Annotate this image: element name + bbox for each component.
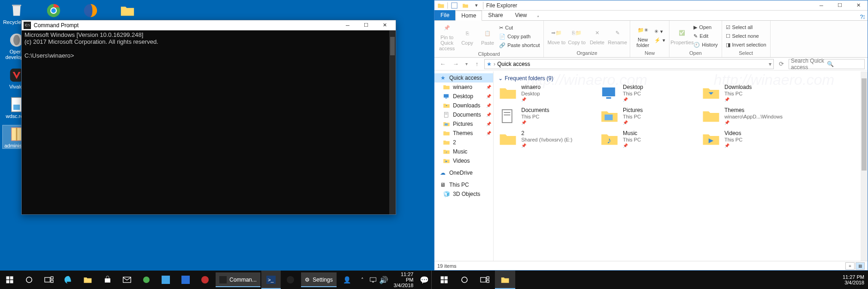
cortana-button[interactable] [454, 271, 475, 289]
qat-new-folder[interactable] [461, 1, 470, 10]
nav-recent[interactable]: ▾ [463, 59, 470, 69]
task-view-button[interactable] [39, 271, 59, 289]
taskbar-app4[interactable] [195, 271, 215, 289]
ribbon-new-folder[interactable]: 📁✳New folder [633, 24, 652, 48]
ribbon-delete[interactable]: ✕Delete [587, 27, 607, 45]
taskbar-app1[interactable] [137, 271, 156, 289]
cortana-button[interactable] [19, 271, 39, 289]
taskbar-mail[interactable] [117, 271, 137, 289]
frequent-folder-item[interactable]: DesktopThis PC📌 [600, 83, 692, 103]
ribbon-select-none[interactable]: ☐Select none [725, 32, 767, 40]
tab-share[interactable]: Share [482, 10, 509, 20]
view-large-button[interactable]: ▦ [856, 262, 865, 270]
nav-this-pc[interactable]: 🖥This PC [434, 180, 493, 189]
address-bar[interactable]: ★ › Quick access ▾ [484, 59, 774, 69]
frequent-folder-item[interactable]: Themeswinaero\AppD...\Windows📌 [701, 106, 794, 126]
taskbar-app3[interactable] [176, 271, 195, 289]
tray-clock[interactable]: 11:27 PM3/4/2018 [839, 274, 868, 285]
taskbar-running-ps[interactable]: >_ [261, 271, 281, 289]
maximize-button[interactable]: ☐ [357, 21, 375, 30]
close-button[interactable]: ✕ [375, 21, 394, 30]
tray-clock[interactable]: 11:27 PM3/4/2018 [389, 271, 417, 288]
taskbar-edge[interactable] [59, 271, 78, 289]
start-button[interactable] [434, 271, 454, 289]
taskbar-file-explorer[interactable] [495, 271, 515, 289]
tray-overflow[interactable]: ˄ [357, 271, 368, 289]
ribbon-open[interactable]: ▶Open [693, 23, 718, 31]
frequent-folder-item[interactable]: DownloadsThis PC📌 [701, 83, 794, 103]
tray-people[interactable]: 👤 [338, 271, 357, 289]
nav-item[interactable]: winaero📌 [434, 83, 493, 92]
frequent-folder-item[interactable]: VideosThis PC📌 [701, 130, 794, 149]
ribbon-move-to[interactable]: ➡📁Move to [547, 27, 566, 45]
tab-file[interactable]: File [434, 10, 455, 20]
scrollbar[interactable] [861, 71, 868, 261]
frequent-folder-item[interactable]: PicturesThis PC📌 [600, 106, 692, 126]
ribbon-copy[interactable]: ⎘Copy [458, 27, 477, 46]
nav-item[interactable]: Pictures📌 [434, 119, 493, 129]
tab-home[interactable]: Home [455, 11, 482, 21]
minimize-button[interactable]: ─ [812, 0, 831, 11]
ribbon-cut[interactable]: ✂Cut [498, 24, 541, 32]
taskbar-running-cmd[interactable]: Comman... [216, 272, 260, 287]
qat-dropdown[interactable]: ▾ [472, 1, 481, 10]
frequent-folder-item[interactable]: DocumentsThis PC📌 [498, 106, 591, 126]
nav-item[interactable]: Documents📌 [434, 110, 493, 119]
group-header[interactable]: ⌄Frequent folders (9) [498, 73, 863, 83]
ribbon-invert-selection[interactable]: ◨Invert selection [725, 41, 767, 49]
ribbon-edit[interactable]: ✎Edit [693, 32, 718, 40]
nav-back[interactable]: ← [437, 59, 448, 69]
address-crumb[interactable]: Quick access [497, 61, 530, 67]
tray-network[interactable] [368, 271, 378, 289]
taskbar-app2[interactable] [156, 271, 175, 289]
tray-volume[interactable]: 🔊 [378, 271, 389, 289]
scrollbar[interactable] [389, 30, 396, 214]
taskbar-running-opera[interactable] [281, 271, 300, 289]
ribbon-collapse[interactable]: ˄ [533, 15, 543, 20]
nav-item[interactable]: 2 [434, 138, 493, 147]
frequent-folder-item[interactable]: winaeroDesktop📌 [498, 83, 591, 103]
ribbon-history[interactable]: 🕘History [693, 41, 718, 49]
ribbon-paste[interactable]: 📋Paste [478, 27, 497, 46]
view-details-button[interactable]: ≡ [845, 262, 855, 270]
ribbon-rename[interactable]: ✎Rename [608, 27, 627, 45]
tab-view[interactable]: View [509, 10, 533, 20]
terminal-output[interactable]: Microsoft Windows [Version 10.0.16299.24… [22, 30, 396, 214]
frequent-folder-item[interactable]: ♪MusicThis PC📌 [600, 130, 692, 149]
tray-notifications[interactable]: 💬 [417, 271, 431, 289]
taskbar-running-settings[interactable]: ⚙Settings [301, 272, 336, 287]
frequent-folder-item[interactable]: 2Shared (\\vboxsrv) (E:)📌 [498, 130, 591, 149]
ribbon-paste-shortcut[interactable]: 🔗Paste shortcut [498, 41, 541, 49]
close-button[interactable]: ✕ [849, 0, 868, 11]
nav-3d-objects[interactable]: 🧊3D Objects [434, 189, 493, 199]
help-button[interactable]: ?⃝ [857, 14, 868, 20]
qat-properties[interactable] [450, 1, 459, 10]
ribbon-copy-to[interactable]: ⎘📁Copy to [567, 27, 586, 45]
ribbon-properties[interactable]: ✅Properties [672, 27, 692, 45]
nav-item[interactable]: Downloads📌 [434, 101, 493, 110]
ribbon-new-item[interactable]: ✳▾ [653, 28, 666, 36]
nav-item[interactable]: ♪Music [434, 147, 493, 156]
nav-item[interactable]: Videos [434, 156, 493, 165]
ribbon-copy-path[interactable]: 📄Copy path [498, 32, 541, 41]
refresh-button[interactable]: ⟳ [776, 59, 787, 69]
ribbon-easy-access[interactable]: ⚡▾ [653, 36, 666, 45]
taskbar-file-explorer[interactable] [78, 271, 97, 289]
task-view-button[interactable] [475, 271, 495, 289]
taskbar-store[interactable] [97, 271, 117, 289]
window-titlebar[interactable]: ▾ File Explorer ─ ☐ ✕ [434, 0, 868, 11]
search-box[interactable]: Search Quick access🔍 [789, 59, 865, 69]
nav-quick-access[interactable]: ★Quick access [434, 73, 493, 83]
nav-item[interactable]: Desktop📌 [434, 92, 493, 101]
nav-forward[interactable]: → [450, 59, 461, 69]
minimize-button[interactable]: ─ [338, 21, 357, 30]
ribbon-select-all[interactable]: ☑Select all [725, 23, 767, 31]
start-button[interactable] [0, 271, 19, 289]
ribbon-pin-quick-access[interactable]: 📌Pin to Quick access [437, 22, 457, 51]
nav-item[interactable]: Themes📌 [434, 129, 493, 138]
nav-onedrive[interactable]: ☁OneDrive [434, 168, 493, 177]
window-titlebar[interactable]: C:\ Command Prompt ─ ☐ ✕ [22, 20, 396, 30]
nav-up[interactable]: ↑ [471, 59, 482, 69]
qat-folder-icon[interactable] [436, 1, 446, 10]
maximize-button[interactable]: ☐ [831, 0, 849, 11]
